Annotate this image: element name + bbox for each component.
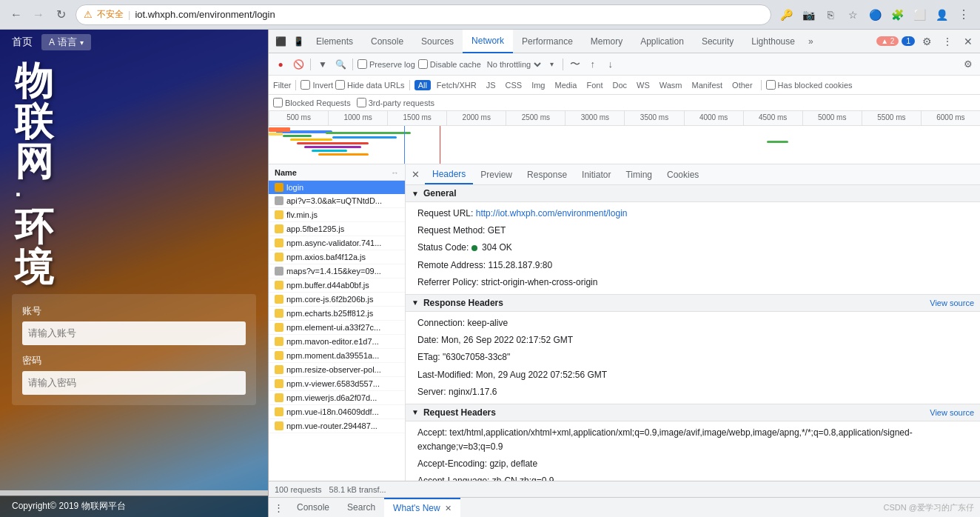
request-item[interactable]: npm.mavon-editor.e1d7... [269, 335, 405, 349]
password-input[interactable] [22, 371, 246, 395]
view-source-request[interactable]: View source [930, 408, 974, 417]
devtools-menu-button[interactable]: ⋮ [939, 33, 956, 50]
profile-button[interactable]: 👤 [931, 4, 952, 25]
filter-other[interactable]: Other [728, 80, 756, 90]
bottom-tab-whats-new[interactable]: What's New ✕ [384, 498, 460, 517]
tab-timing[interactable]: Timing [618, 164, 660, 184]
preserve-log-checkbox[interactable] [358, 59, 367, 69]
account-input[interactable] [22, 321, 246, 345]
star-button[interactable]: ☆ [842, 4, 863, 25]
request-item[interactable]: npm.core-js.6f2b206b.js [269, 293, 405, 307]
invert-label[interactable]: Invert [301, 80, 333, 90]
disable-cache-label[interactable]: Disable cache [418, 59, 481, 69]
screenshot-button[interactable]: 📷 [798, 4, 819, 25]
has-blocked-cookies-label[interactable]: Has blocked cookies [766, 80, 853, 90]
request-item[interactable]: maps?v=1.4.15&key=09... [269, 264, 405, 278]
tab-elements[interactable]: Elements [307, 30, 362, 53]
online-icon-button[interactable]: 〜 [568, 57, 583, 72]
bookmark-button[interactable]: 🔑 [776, 4, 796, 25]
request-item[interactable]: app.5fbe1295.js [269, 222, 405, 236]
throttle-dropdown-button[interactable]: ▾ [546, 57, 558, 72]
nav-home[interactable]: 首页 [12, 36, 33, 49]
tab-performance[interactable]: Performance [513, 30, 582, 53]
tab-network[interactable]: Network [463, 30, 513, 53]
extensions-button[interactable]: 🧩 [887, 4, 907, 25]
tab-security[interactable]: Security [693, 30, 742, 53]
response-headers-header[interactable]: ▼ Response Headers View source [406, 294, 980, 312]
filter-all[interactable]: All [415, 80, 431, 90]
info-badge[interactable]: 1 [902, 36, 915, 46]
bottom-bar-menu[interactable]: ⋮ [269, 498, 288, 517]
filter-doc[interactable]: Doc [608, 80, 631, 90]
share-button[interactable]: ⎘ [820, 4, 841, 25]
tab-preview[interactable]: Preview [473, 164, 520, 184]
devtools-responsive-toggle[interactable]: 📱 [289, 33, 307, 50]
menu-button[interactable]: ⋮ [953, 4, 974, 25]
general-header[interactable]: ▼ General [406, 185, 980, 202]
tab-response[interactable]: Response [520, 164, 574, 184]
reload-button[interactable]: ↻ [50, 4, 71, 25]
nav-lang[interactable]: A 语言 ▾ [41, 34, 91, 50]
settings-button[interactable]: ⚙ [918, 33, 936, 50]
chrome-icon[interactable]: 🔵 [865, 4, 885, 25]
export-button[interactable]: ↓ [603, 57, 618, 72]
request-item[interactable]: flv.min.js [269, 208, 405, 222]
request-item[interactable]: npm.buffer.d44ab0bf.js [269, 278, 405, 293]
tab-headers[interactable]: Headers [425, 164, 473, 184]
import-button[interactable]: ↑ [585, 57, 600, 72]
request-headers-header[interactable]: ▼ Request Headers View source [406, 404, 980, 421]
request-item[interactable]: npm.axios.baf4f12a.js [269, 250, 405, 264]
whats-new-close-icon[interactable]: ✕ [445, 504, 452, 513]
filter-ws[interactable]: WS [633, 80, 654, 90]
request-list[interactable]: login api?v=3.0&ak=uQTNtdD... flv.min.js… [269, 181, 405, 481]
request-item[interactable]: npm.vue-i18n.04609ddf... [269, 405, 405, 419]
request-item[interactable]: npm.moment.da39551a... [269, 349, 405, 363]
tab-application[interactable]: Application [631, 30, 693, 53]
disable-cache-checkbox[interactable] [418, 59, 428, 69]
third-party-label[interactable]: 3rd-party requests [357, 98, 434, 107]
tab-lighthouse[interactable]: Lighthouse [742, 30, 804, 53]
devtools-panel-toggle[interactable]: ⬛ [272, 33, 289, 50]
forward-button[interactable]: → [28, 4, 49, 25]
clear-button[interactable]: 🚫 [291, 57, 306, 72]
filter-fetch-xhr[interactable]: Fetch/XHR [433, 80, 480, 90]
bottom-tab-search[interactable]: Search [338, 498, 384, 517]
search-button[interactable]: 🔍 [333, 57, 348, 72]
filter-css[interactable]: CSS [502, 80, 526, 90]
address-bar[interactable]: ⚠ 不安全 | iot.whxph.com/environment/login [75, 4, 771, 25]
request-item[interactable]: npm.viewerjs.d6a2f07d... [269, 391, 405, 405]
filter-media[interactable]: Media [551, 80, 580, 90]
request-item[interactable]: npm.element-ui.a33f27c... [269, 321, 405, 335]
preserve-log-label[interactable]: Preserve log [358, 59, 415, 69]
request-item[interactable]: npm.resize-observer-pol... [269, 363, 405, 377]
tab-initiator[interactable]: Initiator [574, 164, 618, 184]
request-item[interactable]: api?v=3.0&ak=uQTNtdD... [269, 194, 405, 208]
bottom-tab-console[interactable]: Console [288, 498, 338, 517]
filter-wasm[interactable]: Wasm [656, 80, 686, 90]
filter-manifest[interactable]: Manifest [688, 80, 727, 90]
request-item[interactable]: npm.vue-router.294487... [269, 419, 405, 433]
tab-memory[interactable]: Memory [582, 30, 631, 53]
filter-img[interactable]: Img [528, 80, 548, 90]
window-button[interactable]: ⬜ [909, 4, 930, 25]
tab-sources[interactable]: Sources [412, 30, 463, 53]
tab-console[interactable]: Console [362, 30, 412, 53]
filter-font[interactable]: Font [583, 80, 606, 90]
throttle-select[interactable]: No throttling [484, 59, 543, 70]
filter-js[interactable]: JS [483, 80, 500, 90]
request-item[interactable]: npm.echarts.b25ff812.js [269, 307, 405, 321]
request-item[interactable]: login [269, 181, 405, 194]
panel-close-button[interactable]: ✕ [406, 165, 425, 184]
back-button[interactable]: ← [6, 4, 27, 25]
filter-toggle-button[interactable]: ▼ [315, 57, 330, 72]
tab-more[interactable]: » [804, 30, 818, 53]
blocked-requests-label[interactable]: Blocked Requests [273, 98, 351, 107]
warning-badge[interactable]: ▲ 2 [876, 36, 899, 46]
request-item[interactable]: npm.v-viewer.6583d557... [269, 377, 405, 391]
devtools-close-button[interactable]: ✕ [959, 33, 977, 50]
request-item[interactable]: npm.async-validator.741... [269, 236, 405, 250]
record-button[interactable]: ● [273, 57, 288, 72]
hide-data-urls-label[interactable]: Hide data URLs [335, 80, 405, 90]
view-source-response[interactable]: View source [930, 298, 974, 307]
network-settings-button[interactable]: ⚙ [961, 57, 976, 72]
